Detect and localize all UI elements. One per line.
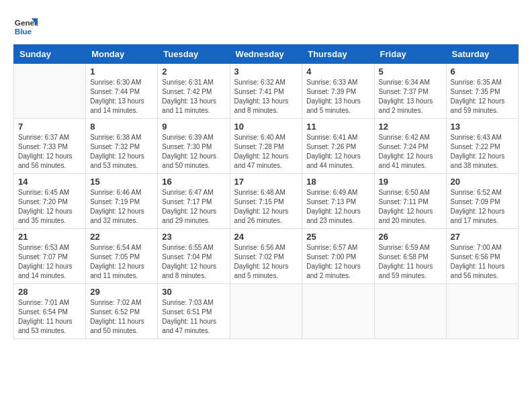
day-number: 1 — [90, 66, 153, 77]
day-number: 8 — [90, 122, 153, 132]
day-info: Sunrise: 6:54 AMSunset: 7:05 PMDaylight:… — [90, 243, 153, 281]
calendar-cell: 6Sunrise: 6:35 AMSunset: 7:35 PMDaylight… — [446, 64, 518, 119]
weekday-saturday: Saturday — [446, 45, 518, 64]
day-number: 24 — [234, 232, 298, 242]
day-number: 17 — [234, 177, 298, 187]
weekday-thursday: Thursday — [302, 45, 374, 64]
calendar-cell: 25Sunrise: 6:57 AMSunset: 7:00 PMDayligh… — [302, 229, 374, 284]
day-number: 5 — [379, 66, 442, 77]
day-info: Sunrise: 6:49 AMSunset: 7:13 PMDaylight:… — [306, 188, 369, 226]
day-info: Sunrise: 6:50 AMSunset: 7:11 PMDaylight:… — [379, 188, 442, 226]
calendar-week-4: 21Sunrise: 6:53 AMSunset: 7:07 PMDayligh… — [14, 229, 519, 284]
calendar-cell: 29Sunrise: 7:02 AMSunset: 6:52 PMDayligh… — [86, 284, 158, 339]
weekday-monday: Monday — [86, 45, 158, 64]
day-info: Sunrise: 6:31 AMSunset: 7:42 PMDaylight:… — [162, 78, 225, 116]
day-number: 7 — [18, 122, 81, 132]
day-number: 28 — [18, 287, 81, 297]
day-info: Sunrise: 6:57 AMSunset: 7:00 PMDaylight:… — [306, 243, 369, 281]
day-number: 11 — [306, 122, 369, 132]
calendar-cell — [302, 284, 374, 339]
day-info: Sunrise: 6:42 AMSunset: 7:24 PMDaylight:… — [379, 133, 442, 171]
day-info: Sunrise: 7:03 AMSunset: 6:51 PMDaylight:… — [162, 298, 225, 336]
calendar-cell: 11Sunrise: 6:41 AMSunset: 7:26 PMDayligh… — [302, 119, 374, 174]
weekday-friday: Friday — [374, 45, 446, 64]
day-number: 27 — [451, 232, 514, 242]
day-info: Sunrise: 6:40 AMSunset: 7:28 PMDaylight:… — [234, 133, 298, 171]
calendar-cell: 2Sunrise: 6:31 AMSunset: 7:42 PMDaylight… — [158, 64, 230, 119]
day-info: Sunrise: 6:35 AMSunset: 7:35 PMDaylight:… — [451, 78, 514, 116]
day-info: Sunrise: 6:33 AMSunset: 7:39 PMDaylight:… — [306, 78, 369, 116]
day-number: 4 — [306, 66, 369, 77]
day-number: 13 — [451, 122, 514, 132]
day-info: Sunrise: 6:59 AMSunset: 6:58 PMDaylight:… — [379, 243, 442, 281]
day-number: 20 — [451, 177, 514, 187]
calendar-cell: 24Sunrise: 6:56 AMSunset: 7:02 PMDayligh… — [230, 229, 302, 284]
calendar-body: 1Sunrise: 6:30 AMSunset: 7:44 PMDaylight… — [14, 64, 519, 339]
day-number: 29 — [90, 287, 153, 297]
calendar-cell: 28Sunrise: 7:01 AMSunset: 6:54 PMDayligh… — [14, 284, 86, 339]
day-number: 10 — [234, 122, 298, 132]
calendar-week-2: 7Sunrise: 6:37 AMSunset: 7:33 PMDaylight… — [14, 119, 519, 174]
day-info: Sunrise: 6:37 AMSunset: 7:33 PMDaylight:… — [18, 133, 81, 171]
day-info: Sunrise: 6:53 AMSunset: 7:07 PMDaylight:… — [18, 243, 81, 281]
calendar-cell: 27Sunrise: 7:00 AMSunset: 6:56 PMDayligh… — [446, 229, 518, 284]
day-number: 3 — [234, 66, 298, 77]
calendar-cell: 9Sunrise: 6:39 AMSunset: 7:30 PMDaylight… — [158, 119, 230, 174]
day-number: 19 — [379, 177, 442, 187]
page-header: General Blue — [13, 13, 519, 38]
calendar-cell: 30Sunrise: 7:03 AMSunset: 6:51 PMDayligh… — [158, 284, 230, 339]
calendar-cell: 23Sunrise: 6:55 AMSunset: 7:04 PMDayligh… — [158, 229, 230, 284]
calendar-week-1: 1Sunrise: 6:30 AMSunset: 7:44 PMDaylight… — [14, 64, 519, 119]
day-info: Sunrise: 6:47 AMSunset: 7:17 PMDaylight:… — [162, 188, 225, 226]
day-info: Sunrise: 7:00 AMSunset: 6:56 PMDaylight:… — [451, 243, 514, 281]
day-number: 30 — [162, 287, 225, 297]
day-number: 22 — [90, 232, 153, 242]
day-number: 6 — [451, 66, 514, 77]
weekday-wednesday: Wednesday — [230, 45, 302, 64]
calendar-cell: 12Sunrise: 6:42 AMSunset: 7:24 PMDayligh… — [374, 119, 446, 174]
day-info: Sunrise: 6:32 AMSunset: 7:41 PMDaylight:… — [234, 78, 298, 116]
day-number: 14 — [18, 177, 81, 187]
svg-text:Blue: Blue — [15, 27, 32, 36]
day-info: Sunrise: 6:55 AMSunset: 7:04 PMDaylight:… — [162, 243, 225, 281]
weekday-header-row: SundayMondayTuesdayWednesdayThursdayFrid… — [14, 45, 519, 64]
logo-icon: General Blue — [13, 13, 38, 38]
calendar-cell — [446, 284, 518, 339]
calendar-cell: 26Sunrise: 6:59 AMSunset: 6:58 PMDayligh… — [374, 229, 446, 284]
day-info: Sunrise: 6:52 AMSunset: 7:09 PMDaylight:… — [451, 188, 514, 226]
day-info: Sunrise: 6:46 AMSunset: 7:19 PMDaylight:… — [90, 188, 153, 226]
calendar-cell: 7Sunrise: 6:37 AMSunset: 7:33 PMDaylight… — [14, 119, 86, 174]
calendar-cell: 16Sunrise: 6:47 AMSunset: 7:17 PMDayligh… — [158, 174, 230, 229]
weekday-tuesday: Tuesday — [158, 45, 230, 64]
day-number: 2 — [162, 66, 225, 77]
calendar-cell: 13Sunrise: 6:43 AMSunset: 7:22 PMDayligh… — [446, 119, 518, 174]
calendar-cell: 18Sunrise: 6:49 AMSunset: 7:13 PMDayligh… — [302, 174, 374, 229]
day-info: Sunrise: 7:01 AMSunset: 6:54 PMDaylight:… — [18, 298, 81, 336]
calendar-cell: 4Sunrise: 6:33 AMSunset: 7:39 PMDaylight… — [302, 64, 374, 119]
day-info: Sunrise: 7:02 AMSunset: 6:52 PMDaylight:… — [90, 298, 153, 336]
day-number: 16 — [162, 177, 225, 187]
calendar-week-5: 28Sunrise: 7:01 AMSunset: 6:54 PMDayligh… — [14, 284, 519, 339]
calendar-cell: 20Sunrise: 6:52 AMSunset: 7:09 PMDayligh… — [446, 174, 518, 229]
calendar-cell: 15Sunrise: 6:46 AMSunset: 7:19 PMDayligh… — [86, 174, 158, 229]
day-number: 9 — [162, 122, 225, 132]
day-number: 23 — [162, 232, 225, 242]
weekday-sunday: Sunday — [14, 45, 86, 64]
calendar-cell: 14Sunrise: 6:45 AMSunset: 7:20 PMDayligh… — [14, 174, 86, 229]
logo: General Blue — [13, 13, 38, 38]
calendar-cell: 21Sunrise: 6:53 AMSunset: 7:07 PMDayligh… — [14, 229, 86, 284]
calendar-cell — [14, 64, 86, 119]
calendar-cell: 17Sunrise: 6:48 AMSunset: 7:15 PMDayligh… — [230, 174, 302, 229]
calendar-cell: 1Sunrise: 6:30 AMSunset: 7:44 PMDaylight… — [86, 64, 158, 119]
day-info: Sunrise: 6:34 AMSunset: 7:37 PMDaylight:… — [379, 78, 442, 116]
calendar-cell: 8Sunrise: 6:38 AMSunset: 7:32 PMDaylight… — [86, 119, 158, 174]
calendar-cell: 19Sunrise: 6:50 AMSunset: 7:11 PMDayligh… — [374, 174, 446, 229]
day-info: Sunrise: 6:45 AMSunset: 7:20 PMDaylight:… — [18, 188, 81, 226]
calendar-cell — [374, 284, 446, 339]
calendar-cell: 5Sunrise: 6:34 AMSunset: 7:37 PMDaylight… — [374, 64, 446, 119]
day-info: Sunrise: 6:56 AMSunset: 7:02 PMDaylight:… — [234, 243, 298, 281]
calendar-cell: 10Sunrise: 6:40 AMSunset: 7:28 PMDayligh… — [230, 119, 302, 174]
day-number: 18 — [306, 177, 369, 187]
day-info: Sunrise: 6:39 AMSunset: 7:30 PMDaylight:… — [162, 133, 225, 171]
day-number: 26 — [379, 232, 442, 242]
